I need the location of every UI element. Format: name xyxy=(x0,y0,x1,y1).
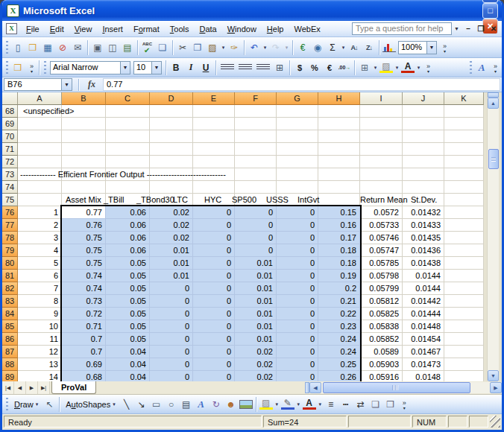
cell-H89[interactable]: 0.26 xyxy=(318,371,360,381)
autosum-icon-dropdown[interactable]: ▾ xyxy=(340,41,347,54)
open-folder-icon[interactable]: ❒ xyxy=(26,41,40,54)
cell-C76[interactable]: 0.06 xyxy=(106,206,150,219)
cell-C74[interactable] xyxy=(106,181,150,194)
cell-J82[interactable]: 0.0144 xyxy=(403,282,444,295)
cell-A74[interactable] xyxy=(18,181,62,194)
cell-E78[interactable]: 0 xyxy=(193,232,235,244)
align-center-icon[interactable] xyxy=(239,64,252,71)
cell-B77[interactable]: 0.76 xyxy=(62,219,106,232)
cell-H72[interactable] xyxy=(318,156,360,168)
line-icon[interactable]: ╲ xyxy=(120,398,133,411)
cell-E84[interactable]: 0 xyxy=(193,308,235,320)
cell-K83[interactable] xyxy=(444,295,484,308)
cell-J74[interactable] xyxy=(403,181,444,194)
select-all-corner[interactable] xyxy=(2,92,18,105)
fill-color-icon-dropdown[interactable]: ▾ xyxy=(394,61,400,74)
toolbar-grip[interactable] xyxy=(470,61,472,74)
merge-center-icon[interactable]: ⊞ xyxy=(273,61,286,74)
underline-button[interactable]: U xyxy=(199,61,212,74)
cell-I68[interactable] xyxy=(360,105,403,118)
cell-I75[interactable] xyxy=(360,194,403,206)
toolbar-grip[interactable] xyxy=(6,398,8,411)
spelling-icon[interactable] xyxy=(141,41,154,54)
font-color-icon-dropdown[interactable]: ▾ xyxy=(317,398,324,411)
paste-icon[interactable]: ▨ xyxy=(206,41,219,54)
cell-E69[interactable] xyxy=(193,118,235,130)
cell-K75[interactable] xyxy=(444,194,484,206)
cell-K68[interactable] xyxy=(444,105,484,118)
cell-B76[interactable]: 0.77 xyxy=(62,206,106,219)
cell-D86[interactable]: 0 xyxy=(150,333,193,346)
cell-G81[interactable]: 0 xyxy=(277,270,318,282)
cell-D81[interactable]: 0.01 xyxy=(150,270,193,282)
column-header-G[interactable]: G xyxy=(277,92,318,105)
cell-I82[interactable]: 0.05799 xyxy=(360,282,403,295)
italic-button[interactable]: I xyxy=(184,61,198,74)
cell-K84[interactable] xyxy=(444,308,484,320)
cell-G79[interactable]: 0 xyxy=(277,244,318,257)
cell-E85[interactable]: 0 xyxy=(193,320,235,333)
cell-C89[interactable]: 0.04 xyxy=(106,371,150,381)
cell-A76[interactable]: 1 xyxy=(18,206,62,219)
row-header-89[interactable]: 89 xyxy=(2,371,18,381)
cell-A83[interactable]: 8 xyxy=(18,295,62,308)
cell-C77[interactable]: 0.06 xyxy=(106,219,150,232)
cell-C87[interactable]: 0.04 xyxy=(106,346,150,358)
cell-I79[interactable]: 0.05747 xyxy=(360,244,403,257)
cell-G82[interactable]: 0 xyxy=(277,282,318,295)
textbox-icon[interactable]: ▤ xyxy=(180,398,193,411)
cell-A86[interactable]: 11 xyxy=(18,333,62,346)
resize-grip[interactable] xyxy=(490,416,500,428)
cell-C69[interactable] xyxy=(106,118,150,130)
cell-E73[interactable] xyxy=(193,168,235,181)
picture-icon[interactable] xyxy=(239,400,253,409)
toolbar-grip[interactable] xyxy=(44,61,46,74)
print-preview-icon[interactable]: ◫ xyxy=(106,41,119,54)
cell-E68[interactable] xyxy=(193,105,235,118)
row-header-76[interactable]: 76 xyxy=(2,206,18,219)
cell-C83[interactable]: 0.05 xyxy=(106,295,150,308)
cell-H74[interactable] xyxy=(318,181,360,194)
menu-window[interactable]: Window xyxy=(222,22,262,36)
cell-E86[interactable]: 0 xyxy=(193,333,235,346)
vertical-scroll-track[interactable] xyxy=(488,109,499,370)
cell-D87[interactable]: 0 xyxy=(150,346,193,358)
cell-G71[interactable] xyxy=(277,143,318,156)
cell-G69[interactable] xyxy=(277,118,318,130)
insert-function-icon[interactable]: fx xyxy=(84,79,100,90)
cell-D77[interactable]: 0.02 xyxy=(150,219,193,232)
cell-G83[interactable]: 0 xyxy=(277,295,318,308)
cell-C81[interactable]: 0.05 xyxy=(106,270,150,282)
cell-I83[interactable]: 0.05812 xyxy=(360,295,403,308)
cell-J71[interactable] xyxy=(403,143,444,156)
cell-B84[interactable]: 0.72 xyxy=(62,308,106,320)
cell-I74[interactable] xyxy=(360,181,403,194)
cell-K78[interactable] xyxy=(444,232,484,244)
column-header-D[interactable]: D xyxy=(150,92,193,105)
permission-icon[interactable]: ⊘ xyxy=(56,41,69,54)
cell-D85[interactable]: 0 xyxy=(150,320,193,333)
horizontal-scroll-thumb[interactable] xyxy=(323,382,470,393)
cell-J86[interactable]: 0.01454 xyxy=(403,333,444,346)
cell-A71[interactable] xyxy=(18,143,62,156)
cell-G75[interactable] xyxy=(277,194,318,206)
cell-H68[interactable] xyxy=(318,105,360,118)
cell-F77[interactable]: 0 xyxy=(235,219,277,232)
wordart-icon[interactable]: A xyxy=(195,398,208,411)
cell-H76[interactable]: 0.15 xyxy=(318,206,360,219)
cell-D83[interactable]: 0 xyxy=(150,295,193,308)
email-icon[interactable]: ✉ xyxy=(71,41,84,54)
euro-convert-icon[interactable]: € xyxy=(296,41,309,54)
font-size-combo-dropdown-icon[interactable]: ▼ xyxy=(151,62,161,74)
cell-F87[interactable]: 0.02 xyxy=(235,346,277,358)
zoom-combo-dropdown-icon[interactable]: ▼ xyxy=(426,42,436,54)
cell-G78[interactable]: 0 xyxy=(277,232,318,244)
cell-B87[interactable]: 0.7 xyxy=(62,346,106,358)
cell-J88[interactable]: 0.01473 xyxy=(403,358,444,371)
cell-G84[interactable]: 0 xyxy=(277,308,318,320)
line-color-icon[interactable]: ✎ xyxy=(281,398,294,410)
cell-A87[interactable]: 12 xyxy=(18,346,62,358)
cell-A84[interactable]: 9 xyxy=(18,308,62,320)
select-objects-icon[interactable]: ↖ xyxy=(42,398,56,411)
cell-C82[interactable]: 0.05 xyxy=(106,282,150,295)
